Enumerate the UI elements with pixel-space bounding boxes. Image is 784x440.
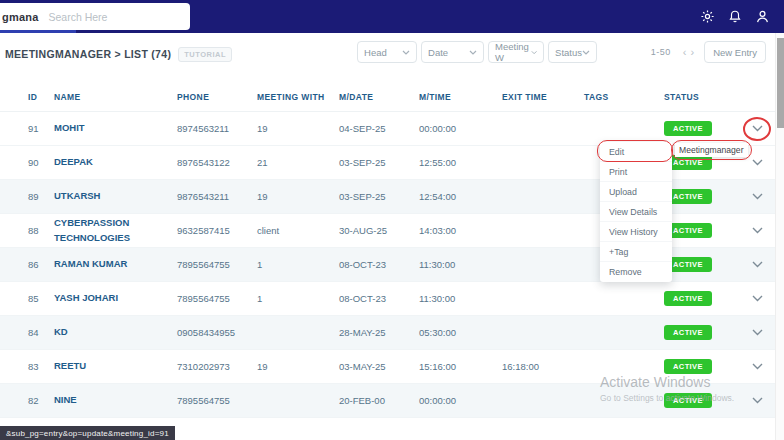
search-input[interactable] bbox=[48, 11, 190, 23]
table-row[interactable]: 82 NINE 7895564755 20-FEB-00 00:00:00 AC… bbox=[0, 384, 784, 418]
context-menu-item[interactable]: Upload bbox=[600, 182, 672, 202]
cell-name[interactable]: YASH JOHARI bbox=[54, 291, 177, 305]
chevron-down-icon bbox=[752, 397, 763, 404]
vertical-scrollbar[interactable] bbox=[775, 33, 784, 440]
cell-name[interactable]: KD bbox=[54, 325, 177, 339]
row-expand-chevron[interactable] bbox=[750, 328, 764, 338]
col-header-phone[interactable]: PHONE bbox=[177, 92, 257, 102]
row-expand-chevron[interactable] bbox=[750, 260, 764, 270]
filter-label: Head bbox=[364, 47, 387, 58]
chevron-down-icon bbox=[402, 50, 410, 55]
status-badge: ACTIVE bbox=[664, 393, 712, 408]
search-box[interactable]: gmana bbox=[0, 3, 190, 30]
tutorial-badge[interactable]: TUTORIAL bbox=[178, 47, 232, 62]
cell-mtime: 14:03:00 bbox=[419, 225, 502, 236]
cell-meeting-with: 1 bbox=[257, 293, 339, 304]
cell-phone: 7895564755 bbox=[177, 293, 257, 304]
row-checkbox-cell bbox=[0, 327, 28, 338]
cell-id: 83 bbox=[28, 361, 54, 372]
breadcrumb-row: MEETINGMANAGER > LIST (74) TUTORIAL Head… bbox=[0, 33, 775, 75]
context-menu-item[interactable]: Edit bbox=[600, 142, 672, 162]
app-window: gmana bbox=[0, 0, 784, 440]
row-expand-chevron[interactable] bbox=[750, 124, 764, 134]
cell-mdate: 20-FEB-00 bbox=[339, 395, 419, 406]
cell-mtime: 12:55:00 bbox=[419, 157, 502, 168]
chevron-down-icon bbox=[582, 50, 590, 55]
filter-label: Date bbox=[428, 47, 448, 58]
cell-mtime: 00:00:00 bbox=[419, 123, 502, 134]
cell-mdate: 28-MAY-25 bbox=[339, 327, 419, 338]
cell-name[interactable]: REETU bbox=[54, 359, 177, 373]
row-expand-chevron[interactable] bbox=[750, 158, 764, 168]
chevron-down-icon bbox=[752, 261, 763, 268]
filter-dropdown[interactable]: Meeting W bbox=[488, 41, 544, 63]
row-checkbox-cell bbox=[0, 293, 28, 304]
col-header-mtime[interactable]: M/TIME bbox=[419, 92, 502, 102]
col-header-mdate[interactable]: M/DATE bbox=[339, 92, 419, 102]
cell-id: 82 bbox=[28, 395, 54, 406]
table-row[interactable]: 83 REETU 7310202973 19 03-MAY-25 15:16:0… bbox=[0, 350, 784, 384]
cell-status: ACTIVE bbox=[664, 359, 730, 374]
cell-mdate: 08-OCT-23 bbox=[339, 259, 419, 270]
filter-dropdown[interactable]: Status bbox=[548, 41, 597, 63]
filter-dropdown[interactable]: Date bbox=[421, 41, 484, 63]
chevron-down-icon bbox=[469, 50, 477, 55]
col-header-id[interactable]: ID bbox=[28, 92, 54, 102]
cell-mdate: 08-OCT-23 bbox=[339, 293, 419, 304]
context-menu-item[interactable]: +Tag bbox=[600, 242, 672, 262]
cell-status: ACTIVE bbox=[664, 291, 730, 306]
row-checkbox-cell bbox=[0, 361, 28, 372]
next-page-icon[interactable]: › bbox=[691, 46, 695, 58]
chevron-down-icon bbox=[531, 50, 537, 55]
col-header-status[interactable]: STATUS bbox=[664, 92, 730, 102]
status-badge: ACTIVE bbox=[664, 359, 712, 374]
prev-page-icon[interactable]: ‹ bbox=[683, 46, 687, 58]
context-menu-item[interactable]: View History bbox=[600, 222, 672, 242]
col-header-name[interactable]: NAME bbox=[54, 92, 177, 102]
cell-status: ACTIVE bbox=[664, 257, 730, 272]
row-expand-chevron[interactable] bbox=[750, 396, 764, 406]
filter-dropdown[interactable]: Head bbox=[357, 41, 417, 63]
col-header-meeting-with[interactable]: MEETING WITH bbox=[257, 92, 339, 102]
row-expand-chevron[interactable] bbox=[750, 192, 764, 202]
cell-phone: 8974563211 bbox=[177, 123, 257, 134]
scrollbar-thumb[interactable] bbox=[777, 38, 784, 128]
col-header-tags[interactable]: TAGS bbox=[584, 92, 664, 102]
user-profile-icon[interactable] bbox=[755, 9, 770, 24]
cell-name[interactable]: CYBERPASSION TECHNOLOGIES bbox=[54, 216, 177, 245]
top-navbar: gmana bbox=[0, 0, 784, 33]
new-entry-button[interactable]: New Entry bbox=[704, 41, 766, 63]
status-badge: ACTIVE bbox=[664, 291, 712, 306]
context-menu-item[interactable]: View Details bbox=[600, 202, 672, 222]
row-checkbox-cell bbox=[0, 191, 28, 202]
table-row[interactable]: 91 MOHIT 8974563211 19 04-SEP-25 00:00:0… bbox=[0, 112, 784, 146]
filter-label: Status bbox=[555, 47, 582, 58]
navbar-icons bbox=[700, 0, 770, 33]
col-header-exit-time[interactable]: EXIT TIME bbox=[502, 92, 584, 102]
cell-phone: 7895564755 bbox=[177, 259, 257, 270]
status-badge: ACTIVE bbox=[664, 121, 712, 136]
cell-name[interactable]: MOHIT bbox=[54, 121, 177, 135]
cell-meeting-with: 19 bbox=[257, 191, 339, 202]
row-expand-chevron[interactable] bbox=[750, 362, 764, 372]
status-badge: ACTIVE bbox=[664, 325, 712, 340]
cell-meeting-with: client bbox=[257, 225, 339, 236]
row-expand-chevron[interactable] bbox=[750, 226, 764, 236]
notification-bell-icon[interactable] bbox=[728, 9, 742, 24]
table-row[interactable]: 84 KD 09058434955 28-MAY-25 05:30:00 ACT… bbox=[0, 316, 784, 350]
cell-name[interactable]: NINE bbox=[54, 393, 177, 407]
table-row[interactable]: 85 YASH JOHARI 7895564755 1 08-OCT-23 11… bbox=[0, 282, 784, 316]
row-checkbox-cell bbox=[0, 225, 28, 236]
cell-name[interactable]: RAMAN KUMAR bbox=[54, 257, 177, 271]
cell-status: ACTIVE bbox=[664, 223, 730, 238]
context-menu-item[interactable]: Print bbox=[600, 162, 672, 182]
cell-name[interactable]: DEEPAK bbox=[54, 155, 177, 169]
meetingmanager-tooltip: Meetingmanager bbox=[675, 143, 748, 157]
cell-name[interactable]: UTKARSH bbox=[54, 189, 177, 203]
settings-gear-icon[interactable] bbox=[700, 9, 715, 24]
row-expand-chevron[interactable] bbox=[750, 294, 764, 304]
cell-mdate: 04-SEP-25 bbox=[339, 123, 419, 134]
cell-mtime: 15:16:00 bbox=[419, 361, 502, 372]
context-menu-item[interactable]: Remove bbox=[600, 262, 672, 282]
cell-mtime: 05:30:00 bbox=[419, 327, 502, 338]
